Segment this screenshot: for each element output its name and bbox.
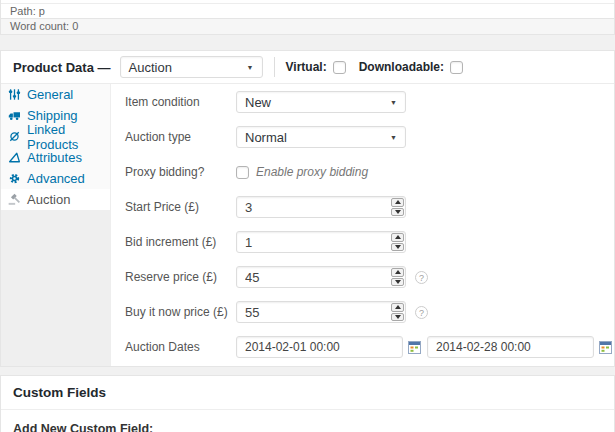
item-condition-select[interactable]: New ▼: [236, 91, 406, 113]
triangle-down-icon: [395, 315, 401, 319]
tab-advanced[interactable]: Advanced: [1, 168, 110, 189]
chevron-down-icon: ▼: [247, 64, 254, 71]
proxy-bidding-checkbox[interactable]: [236, 166, 249, 179]
gavel-icon: [8, 193, 21, 206]
auction-type-value: Normal: [245, 130, 287, 145]
triangle-down-icon: [395, 210, 401, 214]
product-data-body: General Shipping: [1, 84, 614, 366]
spin-up-button[interactable]: [391, 268, 404, 277]
start-price-label: Start Price (£): [125, 200, 236, 214]
downloadable-checkbox[interactable]: [450, 61, 463, 74]
help-icon[interactable]: ?: [415, 271, 428, 284]
triangle-down-icon: [395, 245, 401, 249]
field-row-reserve-price: Reserve price (£) ?: [125, 266, 615, 288]
spin-up-button[interactable]: [391, 233, 404, 242]
buy-it-now-price-spinner: [391, 303, 404, 321]
auction-date-to-input[interactable]: [427, 336, 594, 358]
triangle-up-icon: [395, 235, 401, 239]
field-row-auction-dates: Auction Dates: [125, 336, 615, 358]
triangle-icon: [8, 151, 21, 164]
triangle-up-icon: [395, 270, 401, 274]
tabs-filler: [1, 210, 110, 366]
spin-up-button[interactable]: [391, 198, 404, 207]
auction-date-from-input[interactable]: [236, 336, 403, 358]
auction-type-label: Auction type: [125, 130, 236, 144]
proxy-bidding-checkbox-label: Enable proxy bidding: [256, 165, 368, 179]
tab-label: Linked Products: [27, 122, 110, 152]
sliders-icon: [8, 88, 21, 101]
reserve-price-spinner: [391, 268, 404, 286]
field-row-proxy-bidding: Proxy bidding? Enable proxy bidding: [125, 161, 615, 183]
help-icon[interactable]: ?: [415, 306, 428, 319]
link-icon: [8, 130, 21, 143]
product-data-header: Product Data — Auction ▼ Virtual: Downlo…: [1, 51, 614, 84]
buy-it-now-price-input[interactable]: [236, 301, 406, 323]
field-row-start-price: Start Price (£): [125, 196, 615, 218]
editor-footer: Path: p Word count: 0: [0, 0, 615, 35]
reserve-price-label: Reserve price (£): [125, 270, 236, 284]
tab-label: Attributes: [27, 150, 82, 165]
tab-label: Advanced: [27, 171, 85, 186]
spin-down-button[interactable]: [391, 278, 404, 287]
bid-increment-label: Bid increment (£): [125, 235, 236, 249]
buy-it-now-price-label: Buy it now price (£): [125, 305, 236, 319]
add-new-custom-field-label: Add New Custom Field:: [1, 410, 614, 432]
custom-fields-title: Custom Fields: [1, 376, 614, 410]
product-data-tabs: General Shipping: [1, 84, 110, 210]
auction-dates-label: Auction Dates: [125, 340, 236, 354]
proxy-bidding-label: Proxy bidding?: [125, 165, 236, 179]
virtual-checkbox[interactable]: [333, 61, 346, 74]
editor-path-bar: Path: p: [1, 3, 614, 18]
auction-type-select[interactable]: Normal ▼: [236, 126, 406, 148]
field-row-bid-increment: Bid increment (£): [125, 231, 615, 253]
item-condition-label: Item condition: [125, 95, 236, 109]
reserve-price-input[interactable]: [236, 266, 406, 288]
spin-down-button[interactable]: [391, 243, 404, 252]
triangle-down-icon: [395, 280, 401, 284]
item-condition-value: New: [245, 95, 271, 110]
field-row-buy-it-now-price: Buy it now price (£) ?: [125, 301, 615, 323]
spin-up-button[interactable]: [391, 303, 404, 312]
tab-linked-products[interactable]: Linked Products: [1, 126, 110, 147]
field-row-auction-type: Auction type Normal ▼: [125, 126, 615, 148]
tab-auction[interactable]: Auction: [1, 189, 110, 210]
start-price-field: [236, 196, 406, 218]
calendar-icon[interactable]: [599, 341, 612, 354]
buy-it-now-price-field: [236, 301, 406, 323]
field-row-item-condition: Item condition New ▼: [125, 91, 615, 113]
product-data-tabs-column: General Shipping: [1, 84, 111, 366]
chevron-down-icon: ▼: [390, 99, 397, 106]
bid-increment-spinner: [391, 233, 404, 251]
reserve-price-field: [236, 266, 406, 288]
start-price-input[interactable]: [236, 196, 406, 218]
word-count-bar: Word count: 0: [1, 18, 614, 34]
downloadable-label: Downloadable:: [359, 60, 444, 74]
tab-label: General: [27, 87, 73, 102]
product-type-select[interactable]: Auction ▼: [120, 56, 263, 78]
product-type-value: Auction: [129, 60, 172, 75]
triangle-up-icon: [395, 200, 401, 204]
gear-icon: [8, 172, 21, 185]
product-data-panel: Product Data — Auction ▼ Virtual: Downlo…: [0, 50, 615, 367]
custom-fields-panel: Custom Fields Add New Custom Field:: [0, 375, 615, 432]
bid-increment-input[interactable]: [236, 231, 406, 253]
truck-icon: [8, 109, 21, 122]
tab-label: Auction: [27, 192, 70, 207]
start-price-spinner: [391, 198, 404, 216]
spin-down-button[interactable]: [391, 313, 404, 322]
tab-general[interactable]: General: [1, 84, 110, 105]
bid-increment-field: [236, 231, 406, 253]
auction-tab-panel: Item condition New ▼ Auction type Normal…: [111, 84, 615, 366]
calendar-icon[interactable]: [408, 341, 421, 354]
virtual-label: Virtual:: [286, 60, 327, 74]
triangle-up-icon: [395, 305, 401, 309]
product-data-title: Product Data —: [13, 60, 111, 75]
header-divider: [274, 57, 275, 77]
spin-down-button[interactable]: [391, 208, 404, 217]
chevron-down-icon: ▼: [390, 134, 397, 141]
